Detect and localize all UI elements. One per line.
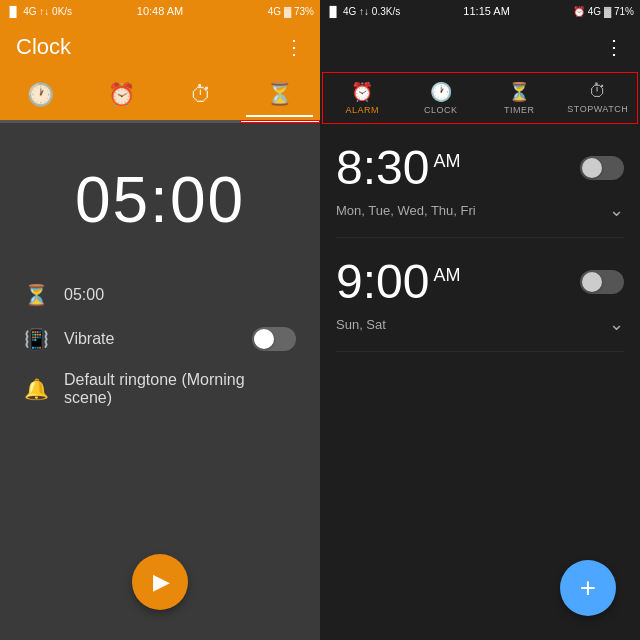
timer-duration-row: ⏳ 05:00 xyxy=(24,283,296,307)
status-right-right-info: ⏰ 4G ▓ 71% xyxy=(573,6,634,17)
tabs-left: 🕐 ⏰ ⏱ ⏳ xyxy=(0,72,320,120)
tab-stopwatch-right[interactable]: ⏱ STOPWATCH xyxy=(559,73,638,123)
alarm-expand-icon-2[interactable]: ⌄ xyxy=(609,313,624,335)
toggle-knob xyxy=(254,329,274,349)
left-panel: ▐▌ 4G ↑↓ 0K/s 10:48 AM 4G ▓ 73% Clock ⋮ … xyxy=(0,0,320,640)
alarm-time-digits-2: 9:00 xyxy=(336,255,429,308)
tab-alarm-left[interactable]: ⏰ xyxy=(88,74,155,116)
tab-stopwatch-left[interactable]: ⏱ xyxy=(170,74,232,116)
timer-settings: ⏳ 05:00 📳 Vibrate 🔔 Default ringtone (Mo… xyxy=(0,267,320,423)
status-bar-left: ▐▌ 4G ↑↓ 0K/s 10:48 AM 4G ▓ 73% xyxy=(0,0,320,22)
fab-area-left: ▶ xyxy=(0,554,320,640)
play-button[interactable]: ▶ xyxy=(132,554,188,610)
status-right-left: 4G ▓ 73% xyxy=(268,6,314,17)
alarm-days-row-1: Mon, Tue, Wed, Thu, Fri ⌄ xyxy=(336,199,624,221)
alarm-time-1: 8:30AM xyxy=(336,140,460,195)
clock-tab-icon: 🕐 xyxy=(430,81,452,103)
battery-text-right: 4G ▓ 71% xyxy=(588,6,634,17)
status-bar-right: ▐▌ 4G ↑↓ 0.3K/s 11:15 AM ⏰ 4G ▓ 71% xyxy=(320,0,640,22)
vibrate-row: 📳 Vibrate xyxy=(24,327,296,351)
tab-clock-left[interactable]: 🕐 xyxy=(7,74,74,116)
alarm-ampm-2: AM xyxy=(433,265,460,285)
timer-time: 05:00 xyxy=(75,163,245,237)
signal-icon-right: ▐▌ xyxy=(326,6,340,17)
timer-display-area: 05:00 xyxy=(0,123,320,267)
tab-timer-right[interactable]: ⏳ TIMER xyxy=(480,73,559,123)
tab-timer-left[interactable]: ⏳ xyxy=(246,73,313,117)
alarm-time-2: 9:00AM xyxy=(336,254,460,309)
timer-duration-label: 05:00 xyxy=(64,286,296,304)
alarm-time-digits-1: 8:30 xyxy=(336,141,429,194)
status-left-info: ▐▌ 4G ↑↓ 0K/s xyxy=(6,6,72,17)
more-options-icon-right[interactable]: ⋮ xyxy=(604,35,624,59)
app-bar-left: Clock ⋮ xyxy=(0,22,320,72)
status-time-right: 11:15 AM xyxy=(463,5,509,17)
alarm-expand-icon-1[interactable]: ⌄ xyxy=(609,199,624,221)
alarm-toggle-knob-2 xyxy=(582,272,602,292)
alarm-time-row-2: 9:00AM xyxy=(336,254,624,309)
alarm-tab-label: ALARM xyxy=(345,105,379,115)
tab-alarm-right[interactable]: ⏰ ALARM xyxy=(323,73,402,123)
right-network-info: 4G ↑↓ 0.3K/s xyxy=(343,6,400,17)
alarm-toggle-knob-1 xyxy=(582,158,602,178)
ringtone-label: Default ringtone (Morning scene) xyxy=(64,371,296,407)
alarm-days-2: Sun, Sat xyxy=(336,317,386,332)
vibrate-label: Vibrate xyxy=(64,330,236,348)
add-alarm-button[interactable]: + xyxy=(560,560,616,616)
alarm-list: 8:30AM Mon, Tue, Wed, Thu, Fri ⌄ 9:00AM xyxy=(320,124,640,544)
signal-icon: ▐▌ xyxy=(6,6,20,17)
tabs-right: ⏰ ALARM 🕐 CLOCK ⏳ TIMER ⏱ STOPWATCH xyxy=(322,72,638,124)
battery-icon-left: 4G ▓ 73% xyxy=(268,6,314,17)
app-title: Clock xyxy=(16,34,71,60)
clock-tab-label: CLOCK xyxy=(424,105,458,115)
alarm-item-1: 8:30AM Mon, Tue, Wed, Thu, Fri ⌄ xyxy=(336,124,624,238)
timer-duration-icon: ⏳ xyxy=(24,283,48,307)
alarm-item-2: 9:00AM Sun, Sat ⌄ xyxy=(336,238,624,352)
fab-area-right: + xyxy=(320,544,640,640)
ringtone-row: 🔔 Default ringtone (Morning scene) xyxy=(24,371,296,407)
play-icon: ▶ xyxy=(153,569,170,595)
status-time-left: 10:48 AM xyxy=(137,5,183,17)
alarm-time-row-1: 8:30AM xyxy=(336,140,624,195)
alarm-days-row-2: Sun, Sat ⌄ xyxy=(336,313,624,335)
timer-tab-icon: ⏳ xyxy=(508,81,530,103)
battery-icon-right: ⏰ xyxy=(573,6,585,17)
stopwatch-tab-icon: ⏱ xyxy=(589,81,607,102)
alarm-tab-icon: ⏰ xyxy=(351,81,373,103)
vibrate-toggle[interactable] xyxy=(252,327,296,351)
alarm-toggle-1[interactable] xyxy=(580,156,624,180)
add-icon: + xyxy=(580,574,596,602)
alarm-ampm-1: AM xyxy=(433,151,460,171)
alarm-toggle-2[interactable] xyxy=(580,270,624,294)
stopwatch-tab-label: STOPWATCH xyxy=(567,104,628,114)
right-panel: ▐▌ 4G ↑↓ 0.3K/s 11:15 AM ⏰ 4G ▓ 71% ⋮ ⏰ … xyxy=(320,0,640,640)
left-network-info: 4G ↑↓ 0K/s xyxy=(23,6,72,17)
vibrate-icon: 📳 xyxy=(24,327,48,351)
ringtone-icon: 🔔 xyxy=(24,377,48,401)
app-bar-right: ⋮ xyxy=(320,22,640,72)
tab-clock-right[interactable]: 🕐 CLOCK xyxy=(402,73,481,123)
timer-tab-label: TIMER xyxy=(504,105,535,115)
alarm-days-1: Mon, Tue, Wed, Thu, Fri xyxy=(336,203,476,218)
spacer-left xyxy=(0,423,320,554)
more-options-icon[interactable]: ⋮ xyxy=(284,35,304,59)
status-right-left-info: ▐▌ 4G ↑↓ 0.3K/s xyxy=(326,6,400,17)
